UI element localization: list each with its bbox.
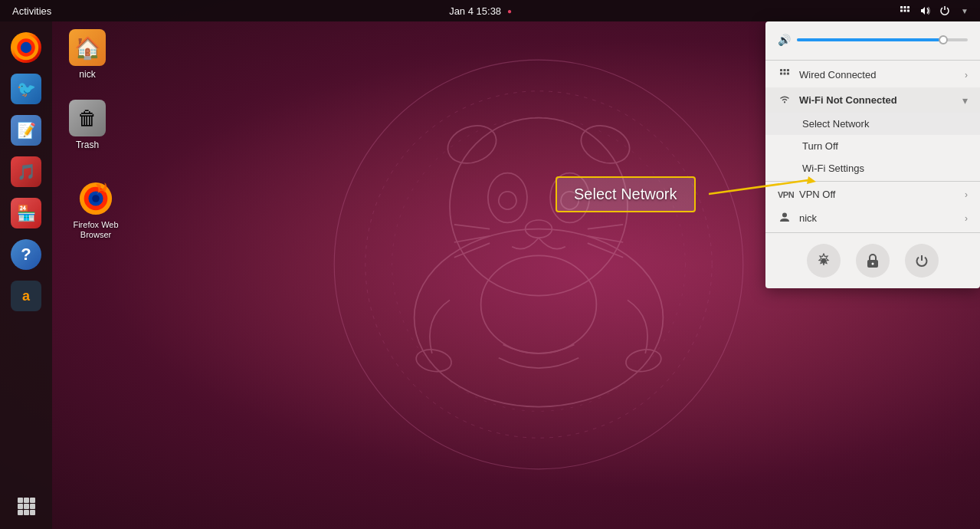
system-menu: 🔊 Wired Connected ›: [765, 21, 980, 288]
volume-thumb: [939, 35, 948, 44]
dock-item-thunderbird[interactable]: 🐦: [2, 71, 51, 109]
svg-point-0: [335, 60, 744, 469]
svg-rect-23: [907, 6, 910, 8]
wired-icon: [778, 67, 792, 82]
svg-point-16: [481, 255, 597, 353]
volume-slider[interactable]: [797, 38, 968, 41]
svg-rect-25: [904, 10, 906, 12]
firefox-icon: [11, 32, 41, 63]
user-arrow: ›: [965, 213, 968, 224]
wifi-settings-label: Wi-Fi Settings: [802, 163, 968, 174]
svg-rect-48: [787, 73, 789, 75]
svg-rect-22: [904, 6, 906, 8]
svg-point-7: [499, 192, 516, 209]
select-network-label: Select Network: [802, 118, 968, 130]
svg-marker-55: [807, 176, 816, 184]
nick-folder-label: nick: [79, 69, 95, 80]
svg-rect-26: [907, 10, 910, 12]
firefox-browser-icon: [77, 180, 114, 217]
text-editor-icon: 📝: [11, 115, 41, 146]
svg-point-4: [576, 119, 635, 169]
activities-button[interactable]: Activities: [0, 0, 64, 21]
svg-rect-34: [24, 504, 29, 509]
turn-off-wifi-item[interactable]: Turn Off: [765, 135, 980, 157]
svg-rect-36: [18, 510, 23, 515]
wifi-label: Wi-Fi Not Connected: [799, 94, 955, 106]
trash-icon: 🗑: [69, 100, 106, 136]
svg-line-14: [588, 236, 623, 242]
svg-rect-44: [784, 69, 786, 71]
svg-rect-47: [784, 73, 786, 75]
vpn-label: VPN Off: [799, 189, 957, 200]
svg-rect-45: [787, 69, 789, 71]
svg-rect-46: [780, 73, 782, 75]
firefox-browser-label: Firefox Web Browser: [69, 220, 123, 240]
wired-menu-item[interactable]: Wired Connected ›: [765, 62, 980, 87]
nick-folder-icon: 🏠: [69, 29, 106, 66]
dock-item-help[interactable]: ?: [2, 236, 51, 274]
desktop-icon-trash[interactable]: 🗑 Trash: [69, 100, 106, 150]
power-button[interactable]: [905, 244, 939, 278]
svg-rect-21: [900, 6, 903, 8]
volume-row: 🔊: [765, 28, 980, 52]
dock-show-apps-button[interactable]: [2, 492, 51, 520]
wired-label: Wired Connected: [799, 69, 957, 80]
svg-rect-32: [30, 498, 35, 503]
wifi-menu-item[interactable]: Wi-Fi Not Connected ▾: [765, 87, 980, 113]
svg-point-3: [443, 119, 502, 169]
desktop-icon-firefox[interactable]: Firefox Web Browser: [69, 180, 123, 240]
svg-line-12: [454, 243, 490, 258]
dock-item-amazon[interactable]: a: [2, 278, 51, 316]
divider-3: [765, 232, 980, 233]
bottom-actions: [765, 235, 980, 288]
wired-arrow: ›: [965, 70, 968, 80]
svg-rect-35: [30, 504, 35, 509]
svg-line-15: [588, 243, 623, 258]
settings-button[interactable]: [807, 244, 841, 278]
divider-1: [765, 60, 980, 61]
desktop-wallpaper-art: [316, 42, 761, 487]
volume-fill: [797, 38, 942, 41]
dock-item-firefox[interactable]: [2, 29, 51, 67]
turn-off-label: Turn Off: [802, 140, 968, 152]
annotation-arrow: [709, 172, 820, 211]
appstore-icon: 🏪: [11, 198, 41, 228]
select-network-item[interactable]: Select Network: [765, 113, 980, 135]
dock: 🐦 📝 🎵 🏪 ? a: [0, 21, 52, 529]
svg-rect-24: [900, 10, 903, 12]
svg-point-19: [365, 91, 712, 438]
svg-line-54: [709, 180, 808, 194]
topbar-dropdown-arrow[interactable]: ▼: [957, 3, 972, 18]
topbar-clock: Jan 4 15:38 ●: [64, 5, 897, 17]
svg-point-42: [92, 195, 100, 202]
svg-point-53: [872, 263, 874, 265]
dock-item-rhythmbox[interactable]: 🎵: [2, 153, 51, 192]
annotation-select-network: Select Network: [556, 176, 696, 212]
rhythmbox-icon: 🎵: [11, 156, 41, 187]
svg-line-13: [588, 225, 623, 229]
network-topbar-icon[interactable]: [897, 3, 913, 18]
svg-point-29: [21, 42, 31, 53]
desktop-icon-nick[interactable]: 🏠 nick: [69, 29, 106, 80]
svg-rect-38: [30, 510, 35, 515]
power-topbar-icon[interactable]: [937, 3, 952, 18]
lock-button[interactable]: [856, 244, 890, 278]
svg-point-17: [415, 347, 454, 374]
user-label: nick: [799, 212, 957, 224]
svg-rect-31: [24, 498, 29, 503]
vpn-arrow: ›: [965, 189, 968, 200]
svg-rect-43: [780, 69, 782, 71]
svg-point-18: [624, 347, 664, 374]
amazon-icon: a: [11, 281, 41, 311]
user-icon: [778, 211, 792, 225]
svg-line-10: [454, 225, 490, 229]
svg-rect-33: [18, 504, 23, 509]
dock-item-appstore[interactable]: 🏪: [2, 195, 51, 233]
volume-topbar-icon[interactable]: [917, 3, 932, 18]
wifi-icon: [778, 93, 792, 107]
svg-rect-37: [24, 510, 29, 515]
thunderbird-icon: 🐦: [11, 74, 41, 104]
help-icon: ?: [11, 239, 41, 270]
dock-item-text-editor[interactable]: 📝: [2, 112, 51, 150]
wifi-arrow: ▾: [962, 94, 968, 107]
